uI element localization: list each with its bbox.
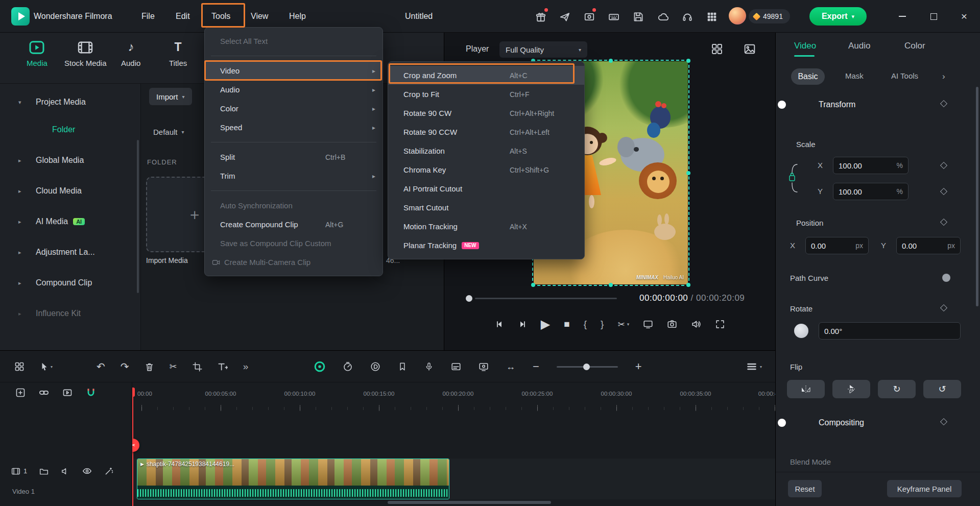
minimize-button[interactable] [895,9,910,23]
playhead[interactable]: ✂ [132,388,133,506]
more-tools-icon[interactable]: » [243,361,249,372]
scale-x-input[interactable]: 100.00 % [833,157,909,174]
select-tool-icon[interactable]: ▾ [40,362,53,371]
rotate-ccw-button[interactable]: ↺ [923,380,961,398]
next-frame-button[interactable] [518,320,527,329]
tab-video[interactable]: Video [794,41,816,51]
crop-icon[interactable] [193,362,202,372]
volume-icon[interactable] [691,319,701,329]
submenu-item-smart-cutout[interactable]: Smart Cutout [388,198,584,217]
tab-titles[interactable]: T Titles [169,41,187,67]
menu-item-trim[interactable]: Trim ▸ [205,166,383,185]
tab-audio[interactable]: Audio [848,41,870,51]
sidebar-item-folder[interactable]: Folder [0,114,140,145]
seek-bar[interactable] [475,298,617,299]
playhead-top-marker[interactable] [132,388,135,397]
properties-scrollbar[interactable] [976,87,978,306]
sidebar-item-cloud-media[interactable]: ▸ Cloud Media [0,176,140,206]
maximize-button[interactable] [926,9,941,23]
scale-x-keyframe-icon[interactable] [940,162,947,169]
submenu-item-planar-tracking[interactable]: Planar Tracking NEW [388,236,584,255]
flip-vertical-button[interactable] [832,380,870,398]
submenu-item-rotate-90-ccw[interactable]: Rotate 90 CCW Ctrl+Alt+Left [388,123,584,141]
menu-item-audio[interactable]: Audio ▸ [205,80,383,99]
link-scale-icon[interactable] [788,161,799,195]
media-grid-icon[interactable] [14,362,25,372]
track-manager-icon[interactable] [747,362,757,372]
quality-dropdown[interactable]: Full Quality ▾ [499,41,587,58]
snap-magnet-icon[interactable] [86,388,96,398]
tab-media[interactable]: Media [27,41,47,67]
track-folder-icon[interactable] [39,467,49,476]
marker-icon[interactable] [398,362,407,371]
menu-item-speed[interactable]: Speed ▸ [205,118,383,137]
previous-frame-button[interactable] [495,320,504,329]
zoom-out-icon[interactable]: − [533,360,539,373]
seek-handle[interactable] [466,295,472,302]
time-ruler[interactable]: 00:00 00:00:05:00 00:00:10:00 00:00:15:0… [132,388,775,411]
zoom-slider[interactable] [557,366,618,368]
split-view-icon[interactable] [711,43,723,55]
menu-file[interactable]: File [141,0,155,33]
chevron-down-icon[interactable]: ▾ [760,365,762,369]
menu-item-split[interactable]: Split Ctrl+B [205,148,383,166]
zoom-slider-handle[interactable] [583,364,590,370]
screen-capture-icon[interactable] [479,362,489,372]
sidebar-item-adjustment-layer[interactable]: ▸ Adjustment La... [0,237,140,268]
zoom-in-icon[interactable]: + [635,360,642,373]
dynamic-effect-icon[interactable] [370,362,380,372]
link-clips-icon[interactable] [39,388,49,398]
transform-keyframe-icon[interactable] [940,100,947,107]
flip-horizontal-button[interactable] [787,380,825,398]
coins-badge[interactable]: 49891 [749,9,790,23]
position-y-input[interactable]: 0.00 px [896,237,961,254]
sidebar-item-global-media[interactable]: ▸ Global Media [0,145,140,176]
split-scissors-icon[interactable]: ✂ [170,361,177,372]
compositing-keyframe-icon[interactable] [940,418,947,425]
submenu-item-stabilization[interactable]: Stabilization Alt+S [388,141,584,160]
expand-arrow-icon[interactable]: ▸ [18,219,21,225]
menu-edit[interactable]: Edit [176,0,190,33]
menu-item-save-as-compound-clip-custom[interactable]: Save as Compound Clip Custom [205,234,383,253]
rotate-input[interactable]: 0.00° [819,322,961,340]
rotate-knob[interactable] [794,324,808,338]
expand-arrow-icon[interactable]: ▸ [18,188,21,195]
record-toggle-icon[interactable] [314,361,325,372]
position-keyframe-icon[interactable] [940,219,947,226]
submenu-item-chroma-key[interactable]: Chroma Key Ctrl+Shift+G [388,160,584,179]
add-to-track-icon[interactable] [15,388,26,398]
import-button[interactable]: Import ▾ [149,88,192,105]
menu-item-color[interactable]: Color ▸ [205,99,383,118]
mute-track-icon[interactable] [61,467,70,476]
redo-icon[interactable]: ↷ [121,360,129,373]
sort-dropdown[interactable]: Default ▾ [153,128,184,136]
stop-button[interactable]: ■ [564,319,569,330]
menu-item-create-multi-camera-clip[interactable]: Create Multi-Camera Clip [205,253,383,272]
submenu-item-rotate-90-cw[interactable]: Rotate 90 CW Ctrl+Alt+Right [388,104,584,123]
playhead-grip[interactable]: ✂ [132,439,139,452]
timeline-horizontal-scrollbar[interactable] [388,501,551,504]
display-settings-icon[interactable] [643,319,653,329]
subtab-ai-tools[interactable]: AI Tools [891,71,918,80]
add-text-icon[interactable] [218,362,228,372]
image-preview-icon[interactable] [744,43,756,55]
filmora-logo-icon[interactable] [11,7,30,26]
save-icon[interactable] [633,11,644,22]
export-button[interactable]: Export ▾ [809,7,867,26]
expand-arrow-icon[interactable]: ▸ [18,249,21,256]
split-button[interactable]: ✂▾ [617,319,629,330]
mark-in-button[interactable]: { [584,319,587,330]
sidebar-item-influence-kit[interactable]: ▸ Influence Kit [0,298,140,329]
subtitle-icon[interactable] [451,362,461,372]
rotate-cw-button[interactable]: ↻ [878,380,916,398]
submenu-item-crop-to-fit[interactable]: Crop to Fit Ctrl+F [388,85,584,104]
track-area[interactable]: 00:00 00:00:05:00 00:00:10:00 00:00:15:0… [132,382,775,506]
auto-ripple-icon[interactable]: ↔ [506,362,515,372]
sidebar-item-project-media[interactable]: ▾ Project Media [0,87,140,117]
submenu-item-crop-and-zoom[interactable]: Crop and Zoom Alt+C [388,66,584,85]
expand-arrow-icon[interactable]: ▾ [18,99,21,106]
snapshot-icon[interactable] [667,319,677,329]
close-button[interactable]: × [957,9,971,23]
speed-ramp-icon[interactable] [343,362,353,372]
tab-color[interactable]: Color [904,41,925,51]
